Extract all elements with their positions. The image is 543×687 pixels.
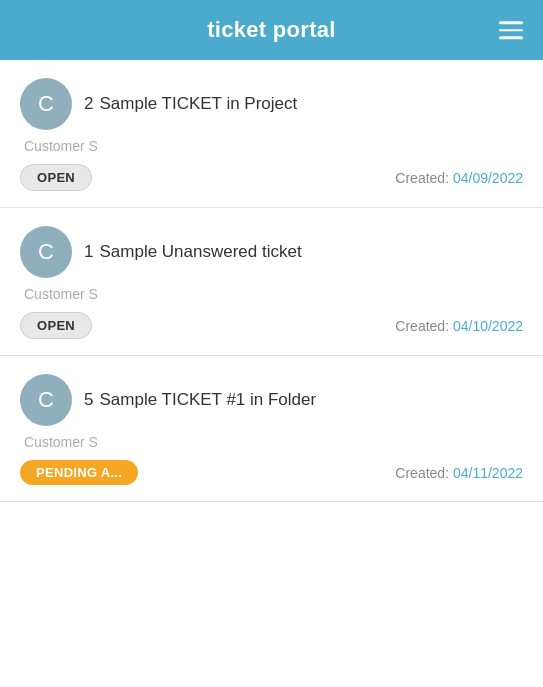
avatar: C <box>20 226 72 278</box>
created-date: Created: 04/11/2022 <box>395 465 523 481</box>
avatar: C <box>20 374 72 426</box>
ticket-id: 2 <box>84 94 93 114</box>
status-badge: PENDING A... <box>20 460 138 485</box>
ticket-item[interactable]: C 2 Sample TICKET in Project Customer S … <box>0 60 543 208</box>
customer-name: Customer S <box>24 138 523 154</box>
ticket-title-row: 5 Sample TICKET #1 in Folder <box>84 390 523 410</box>
hamburger-line-2 <box>499 29 523 32</box>
created-date: Created: 04/09/2022 <box>395 170 523 186</box>
app-header: ticket portal <box>0 0 543 60</box>
ticket-list: C 2 Sample TICKET in Project Customer S … <box>0 60 543 502</box>
ticket-item[interactable]: C 1 Sample Unanswered ticket Customer S … <box>0 208 543 356</box>
created-date: Created: 04/10/2022 <box>395 318 523 334</box>
ticket-title: Sample TICKET in Project <box>99 94 297 114</box>
ticket-title: Sample Unanswered ticket <box>99 242 301 262</box>
hamburger-menu-button[interactable] <box>499 21 523 39</box>
ticket-top-row: C 2 Sample TICKET in Project <box>20 78 523 130</box>
ticket-id: 1 <box>84 242 93 262</box>
ticket-title-row: 1 Sample Unanswered ticket <box>84 242 523 262</box>
customer-name: Customer S <box>24 286 523 302</box>
ticket-top-row: C 5 Sample TICKET #1 in Folder <box>20 374 523 426</box>
ticket-bottom-row: OPEN Created: 04/09/2022 <box>20 164 523 191</box>
ticket-bottom-row: OPEN Created: 04/10/2022 <box>20 312 523 339</box>
ticket-item[interactable]: C 5 Sample TICKET #1 in Folder Customer … <box>0 356 543 502</box>
status-badge: OPEN <box>20 312 92 339</box>
status-badge: OPEN <box>20 164 92 191</box>
created-label: Created: <box>395 170 453 186</box>
ticket-bottom-row: PENDING A... Created: 04/11/2022 <box>20 460 523 485</box>
created-label: Created: <box>395 318 453 334</box>
ticket-id: 5 <box>84 390 93 410</box>
app-title: ticket portal <box>207 17 336 43</box>
ticket-top-row: C 1 Sample Unanswered ticket <box>20 226 523 278</box>
hamburger-line-3 <box>499 36 523 39</box>
ticket-title-row: 2 Sample TICKET in Project <box>84 94 523 114</box>
customer-name: Customer S <box>24 434 523 450</box>
hamburger-line-1 <box>499 21 523 24</box>
created-label: Created: <box>395 465 453 481</box>
avatar: C <box>20 78 72 130</box>
ticket-title: Sample TICKET #1 in Folder <box>99 390 316 410</box>
